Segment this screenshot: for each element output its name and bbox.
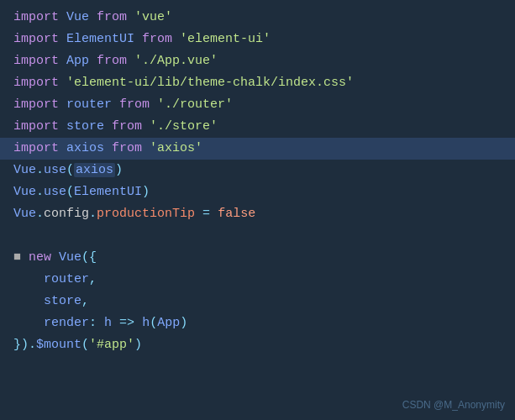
keyword-import-7: import bbox=[13, 141, 59, 155]
string-store: './store' bbox=[150, 119, 218, 134]
keyword-from-1: from bbox=[97, 10, 127, 24]
keyword-import-4: import bbox=[13, 76, 59, 90]
string-app-mount: '#app' bbox=[89, 338, 134, 352]
paren-open: ( bbox=[66, 163, 74, 177]
config-prop: config bbox=[44, 207, 89, 221]
module-vue: Vue bbox=[66, 10, 89, 24]
axios-arg: axios bbox=[74, 163, 115, 177]
code-line-10: Vue.config.productionTip = false bbox=[0, 203, 515, 225]
string-router: './router' bbox=[157, 97, 233, 112]
module-router: router bbox=[66, 97, 112, 112]
code-line-3: import App from './App.vue' bbox=[0, 50, 515, 72]
vue-constructor: Vue bbox=[59, 250, 81, 265]
code-line-2: import ElementUI from 'element-ui' bbox=[0, 29, 515, 50]
code-line-11 bbox=[0, 225, 515, 247]
code-line-4: import 'element-ui/lib/theme-chalk/index… bbox=[0, 72, 515, 94]
h-call: h bbox=[142, 316, 150, 330]
dot-1: . bbox=[36, 163, 44, 177]
string-app-vue: './App.vue' bbox=[134, 54, 218, 68]
code-line-7: import axios from 'axios' bbox=[0, 138, 515, 160]
mount-method: $mount bbox=[36, 338, 81, 352]
vue-object-2: Vue bbox=[13, 185, 36, 199]
code-line-12: ■ new Vue({ bbox=[0, 247, 515, 269]
keyword-from-6: from bbox=[112, 119, 142, 134]
code-editor: import Vue from 'vue' import ElementUI f… bbox=[0, 0, 515, 420]
code-line-15: render: h => h(App) bbox=[0, 312, 515, 334]
keyword-import-3: import bbox=[13, 54, 59, 68]
keyword-import: import bbox=[13, 10, 59, 24]
code-line-14: store, bbox=[0, 291, 515, 312]
h-param: h bbox=[104, 316, 112, 330]
paren-close: ) bbox=[115, 163, 123, 177]
app-arg: App bbox=[157, 316, 180, 330]
keyword-import-5: import bbox=[13, 97, 59, 112]
code-line-1: import Vue from 'vue' bbox=[0, 7, 515, 29]
string-element-ui: 'element-ui' bbox=[180, 32, 271, 46]
keyword-from-2: from bbox=[142, 32, 172, 46]
keyword-new: new bbox=[29, 250, 51, 265]
square-icon: ■ bbox=[13, 250, 29, 265]
keyword-from-7: from bbox=[112, 141, 142, 155]
code-line-13: router, bbox=[0, 269, 515, 291]
keyword-import-2: import bbox=[13, 32, 59, 46]
module-store: store bbox=[66, 119, 104, 134]
code-line-5: import router from './router' bbox=[0, 94, 515, 116]
render-prop: render bbox=[44, 316, 89, 330]
production-tip-prop: productionTip bbox=[97, 207, 195, 221]
vue-config: Vue bbox=[13, 207, 36, 221]
keyword-from-3: from bbox=[97, 54, 127, 68]
keyword-import-6: import bbox=[13, 119, 59, 134]
code-line-9: Vue.use(ElementUI) bbox=[0, 181, 515, 203]
use-method-2: use bbox=[44, 185, 66, 199]
module-elementui: ElementUI bbox=[66, 32, 134, 46]
module-axios: axios bbox=[66, 141, 104, 155]
router-prop: router bbox=[44, 272, 89, 286]
code-line-16: }).$mount('#app') bbox=[0, 334, 515, 356]
watermark: CSDN @M_Anonymity bbox=[402, 397, 505, 413]
string-vue: 'vue' bbox=[134, 10, 172, 24]
false-value: false bbox=[218, 207, 255, 221]
string-css: 'element-ui/lib/theme-chalk/index.css' bbox=[66, 76, 354, 90]
vue-object: Vue bbox=[13, 163, 36, 177]
use-method: use bbox=[44, 163, 66, 177]
keyword-from-5: from bbox=[119, 97, 150, 112]
code-line-6: import store from './store' bbox=[0, 116, 515, 138]
assign-op: = bbox=[202, 207, 210, 221]
elementui-arg: ElementUI bbox=[74, 185, 142, 199]
string-axios: 'axios' bbox=[150, 141, 202, 155]
code-line-8: Vue.use(axios) bbox=[0, 160, 515, 181]
module-app: App bbox=[66, 54, 89, 68]
store-prop: store bbox=[44, 294, 81, 308]
arrow-op: => bbox=[119, 316, 134, 330]
